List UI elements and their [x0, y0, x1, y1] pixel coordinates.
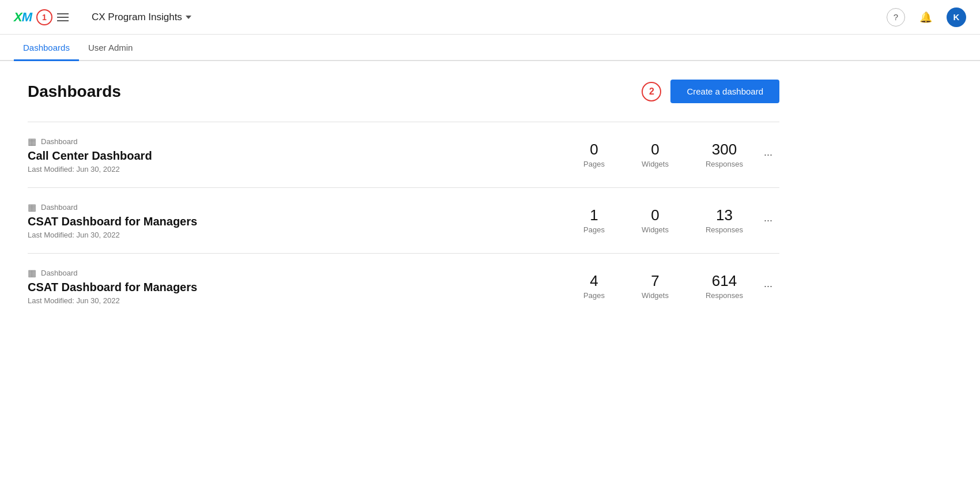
dashboard-type-label: Dashboard — [41, 269, 78, 277]
dashboard-info: ▦ Dashboard CSAT Dashboard for Managers … — [28, 267, 583, 305]
create-dashboard-button[interactable]: Create a dashboard — [670, 80, 779, 103]
dashboard-type-label: Dashboard — [41, 137, 78, 146]
widgets-label: Widgets — [642, 291, 669, 300]
table-row: ▦ Dashboard CSAT Dashboard for Managers … — [28, 187, 779, 253]
notifications-button[interactable]: 🔔 — [917, 8, 935, 27]
user-avatar[interactable]: K — [947, 7, 966, 27]
main-content: Dashboards 2 Create a dashboard ▦ Dashbo… — [0, 61, 807, 337]
pages-label: Pages — [583, 291, 605, 300]
header-right: 2 Create a dashboard — [642, 80, 779, 103]
widgets-label: Widgets — [642, 225, 669, 234]
widgets-value: 7 — [642, 272, 669, 290]
dashboard-type-label: Dashboard — [41, 203, 78, 212]
pages-label: Pages — [583, 225, 605, 234]
tab-user-admin[interactable]: User Admin — [79, 35, 142, 61]
stat-pages: 0 Pages — [583, 141, 605, 169]
chevron-down-icon — [186, 16, 191, 19]
page-header: Dashboards 2 Create a dashboard — [28, 80, 779, 103]
dashboard-name[interactable]: CSAT Dashboard for Managers — [28, 281, 583, 294]
bell-icon: 🔔 — [919, 11, 932, 24]
dashboard-type-icon: ▦ — [28, 136, 36, 147]
dashboard-stats: 4 Pages 7 Widgets 614 Responses — [583, 272, 743, 300]
dashboard-list: ▦ Dashboard Call Center Dashboard Last M… — [28, 122, 779, 319]
responses-value: 13 — [706, 206, 743, 224]
dashboard-name[interactable]: Call Center Dashboard — [28, 149, 583, 163]
widgets-value: 0 — [642, 206, 669, 224]
help-button[interactable]: ? — [887, 8, 905, 27]
dashboard-name[interactable]: CSAT Dashboard for Managers — [28, 215, 583, 228]
responses-label: Responses — [706, 160, 743, 168]
dashboard-stats: 1 Pages 0 Widgets 13 Responses — [583, 206, 743, 235]
more-options-button[interactable]: ··· — [757, 144, 779, 165]
dashboard-type-icon: ▦ — [28, 267, 36, 278]
tab-dashboards[interactable]: Dashboards — [14, 35, 79, 61]
help-icon: ? — [894, 12, 898, 22]
stat-widgets: 0 Widgets — [642, 206, 669, 235]
logo-area: XM 1 — [14, 9, 78, 25]
program-title[interactable]: CX Program Insights — [92, 12, 191, 23]
dashboard-type-row: ▦ Dashboard — [28, 136, 583, 147]
responses-value: 614 — [706, 272, 743, 290]
top-nav: XM 1 CX Program Insights ? 🔔 K — [0, 0, 980, 35]
pages-value: 4 — [583, 272, 605, 290]
step2-badge: 2 — [642, 82, 661, 101]
more-options-button[interactable]: ··· — [757, 276, 779, 297]
dashboard-info: ▦ Dashboard Call Center Dashboard Last M… — [28, 136, 583, 174]
stat-widgets: 0 Widgets — [642, 141, 669, 169]
stat-widgets: 7 Widgets — [642, 272, 669, 300]
dashboard-type-row: ▦ Dashboard — [28, 267, 583, 278]
dashboard-type-icon: ▦ — [28, 202, 36, 213]
dashboard-modified: Last Modified: Jun 30, 2022 — [28, 165, 583, 174]
stat-responses: 13 Responses — [706, 206, 743, 235]
nav-icons: ? 🔔 K — [887, 7, 966, 27]
dashboard-type-row: ▦ Dashboard — [28, 202, 583, 213]
stat-responses: 614 Responses — [706, 272, 743, 300]
hamburger-icon[interactable] — [57, 13, 69, 21]
xm-logo[interactable]: XM — [14, 10, 32, 25]
pages-value: 1 — [583, 206, 605, 224]
dashboard-modified: Last Modified: Jun 30, 2022 — [28, 296, 583, 305]
responses-label: Responses — [706, 225, 743, 234]
pages-value: 0 — [583, 141, 605, 159]
stat-pages: 4 Pages — [583, 272, 605, 300]
table-row: ▦ Dashboard CSAT Dashboard for Managers … — [28, 253, 779, 319]
page-title: Dashboards — [28, 82, 121, 101]
more-options-button[interactable]: ··· — [757, 210, 779, 231]
stat-responses: 300 Responses — [706, 141, 743, 169]
dashboard-modified: Last Modified: Jun 30, 2022 — [28, 231, 583, 239]
pages-label: Pages — [583, 160, 605, 168]
dashboard-stats: 0 Pages 0 Widgets 300 Responses — [583, 141, 743, 169]
responses-value: 300 — [706, 141, 743, 159]
avatar-label: K — [953, 12, 960, 22]
widgets-value: 0 — [642, 141, 669, 159]
tab-bar: Dashboards User Admin — [0, 35, 980, 61]
responses-label: Responses — [706, 291, 743, 300]
step1-badge: 1 — [36, 9, 52, 25]
stat-pages: 1 Pages — [583, 206, 605, 235]
table-row: ▦ Dashboard Call Center Dashboard Last M… — [28, 122, 779, 187]
widgets-label: Widgets — [642, 160, 669, 168]
program-title-text: CX Program Insights — [92, 12, 182, 23]
dashboard-info: ▦ Dashboard CSAT Dashboard for Managers … — [28, 202, 583, 239]
